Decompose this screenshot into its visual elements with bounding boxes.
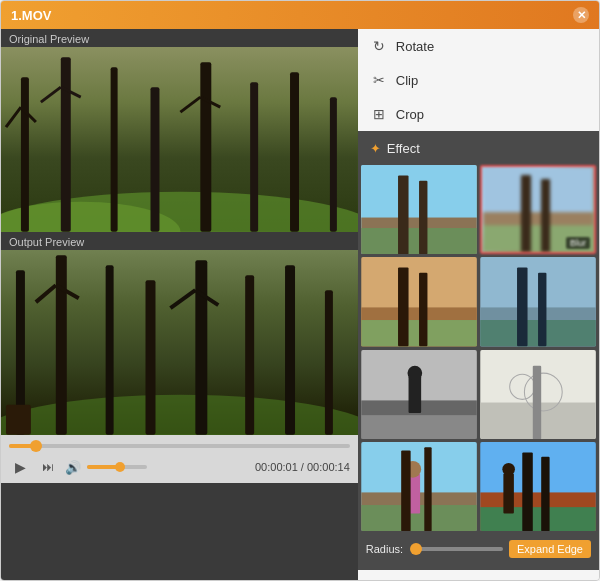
svg-rect-50	[517, 268, 528, 347]
svg-rect-20	[56, 255, 67, 434]
svg-line-30	[195, 290, 218, 305]
svg-rect-25	[285, 265, 295, 434]
svg-line-12	[21, 107, 36, 122]
svg-rect-61	[533, 365, 541, 439]
adjust-icon: ◑	[370, 578, 388, 580]
menu-item-rotate[interactable]: ↻ Rotate	[358, 29, 599, 63]
svg-rect-10	[330, 97, 337, 232]
svg-rect-36	[419, 181, 427, 255]
output-preview-label: Output Preview	[1, 232, 358, 250]
radius-thumb[interactable]	[410, 543, 422, 555]
left-panel: Original Preview	[1, 29, 358, 580]
menu-item-adjust[interactable]: ◑ Adjust	[358, 570, 599, 580]
svg-rect-0	[1, 47, 358, 231]
right-panel: ↻ Rotate ✂ Clip ⊞ Crop ✦ Effect	[358, 29, 599, 580]
menu-item-crop[interactable]: ⊞ Crop	[358, 97, 599, 131]
skip-button[interactable]: ⏭	[37, 456, 59, 478]
svg-rect-19	[16, 270, 25, 434]
svg-rect-17	[1, 250, 358, 434]
svg-point-75	[502, 463, 515, 476]
progress-bar-container[interactable]	[9, 440, 350, 452]
output-video-frame	[1, 250, 358, 435]
thumb-vintage-svg	[361, 442, 477, 531]
svg-rect-3	[21, 77, 29, 231]
total-time: 00:00:14	[307, 461, 350, 473]
radius-row: Radius: Expand Edge	[358, 534, 599, 564]
thumbnails-grid: Blur	[358, 162, 599, 534]
svg-rect-21	[106, 265, 114, 434]
thumb-sketch-svg	[480, 350, 596, 439]
playback-row: ▶ ⏭ 🔊 00:00:01 / 00:00:14	[9, 456, 350, 478]
crop-label: Crop	[396, 107, 424, 122]
svg-line-27	[36, 285, 56, 302]
main-window: 1.MOV ✕ Original Preview	[0, 0, 600, 581]
current-time: 00:00:01	[255, 461, 298, 473]
volume-thumb[interactable]	[115, 462, 125, 472]
thumb-normal[interactable]	[361, 165, 477, 254]
thumb-normal-svg	[361, 165, 477, 254]
svg-rect-26	[325, 290, 333, 435]
svg-rect-31	[6, 405, 31, 435]
progress-track[interactable]	[9, 444, 350, 448]
trees-svg-top	[1, 47, 358, 232]
close-button[interactable]: ✕	[573, 7, 589, 23]
svg-rect-55	[408, 376, 421, 413]
svg-line-29	[170, 290, 195, 308]
svg-rect-9	[290, 72, 299, 231]
svg-line-14	[61, 87, 81, 97]
svg-rect-8	[250, 82, 258, 232]
thumb-bw[interactable]	[361, 350, 477, 439]
svg-rect-41	[541, 179, 550, 252]
svg-rect-73	[541, 457, 549, 532]
output-preview-video	[1, 250, 358, 435]
svg-rect-35	[398, 176, 409, 255]
window-title: 1.MOV	[11, 8, 51, 23]
volume-track[interactable]	[87, 465, 147, 469]
progress-thumb[interactable]	[30, 440, 42, 452]
thumb-vivid[interactable]	[480, 442, 596, 531]
effect-label: ✦ Effect	[358, 137, 599, 162]
svg-rect-74	[503, 473, 514, 513]
svg-rect-68	[424, 447, 431, 531]
svg-rect-67	[401, 450, 410, 531]
original-video-frame	[1, 47, 358, 232]
radius-track[interactable]	[412, 547, 503, 551]
blur-label: Blur	[566, 237, 590, 249]
bottom-menu: ◑ Adjust ✏ Watermark	[358, 570, 599, 580]
svg-line-16	[200, 97, 220, 107]
svg-line-15	[180, 97, 200, 112]
svg-rect-54	[361, 415, 477, 439]
thumb-vintage[interactable]	[361, 442, 477, 531]
thumb-sketch[interactable]	[480, 350, 596, 439]
svg-rect-23	[195, 260, 207, 434]
thumb-bw-svg	[361, 350, 477, 439]
svg-line-28	[56, 285, 79, 298]
svg-point-18	[1, 395, 358, 435]
play-button[interactable]: ▶	[9, 456, 31, 478]
svg-rect-46	[419, 273, 427, 347]
trees-svg-bottom	[1, 250, 358, 435]
svg-point-2	[1, 202, 180, 232]
thumb-warm-svg	[361, 257, 477, 346]
svg-point-1	[1, 192, 358, 232]
thumb-blur[interactable]: Blur	[480, 165, 596, 254]
volume-icon[interactable]: 🔊	[65, 460, 81, 475]
radius-label: Radius:	[366, 543, 406, 555]
menu-item-clip[interactable]: ✂ Clip	[358, 63, 599, 97]
rotate-icon: ↻	[370, 37, 388, 55]
original-preview-video	[1, 47, 358, 232]
crop-icon: ⊞	[370, 105, 388, 123]
thumb-warm[interactable]	[361, 257, 477, 346]
svg-rect-24	[245, 275, 254, 434]
svg-rect-51	[538, 273, 546, 347]
thumb-vivid-svg	[480, 442, 596, 531]
effect-text: Effect	[387, 141, 420, 156]
original-preview-label: Original Preview	[1, 29, 358, 47]
svg-rect-22	[146, 280, 156, 434]
right-panel-menu: ↻ Rotate ✂ Clip ⊞ Crop	[358, 29, 599, 131]
thumb-cool[interactable]	[480, 257, 596, 346]
svg-rect-45	[398, 268, 409, 347]
svg-rect-5	[111, 67, 118, 231]
expand-edge-button[interactable]: Expand Edge	[509, 540, 591, 558]
title-bar: 1.MOV ✕	[1, 1, 599, 29]
